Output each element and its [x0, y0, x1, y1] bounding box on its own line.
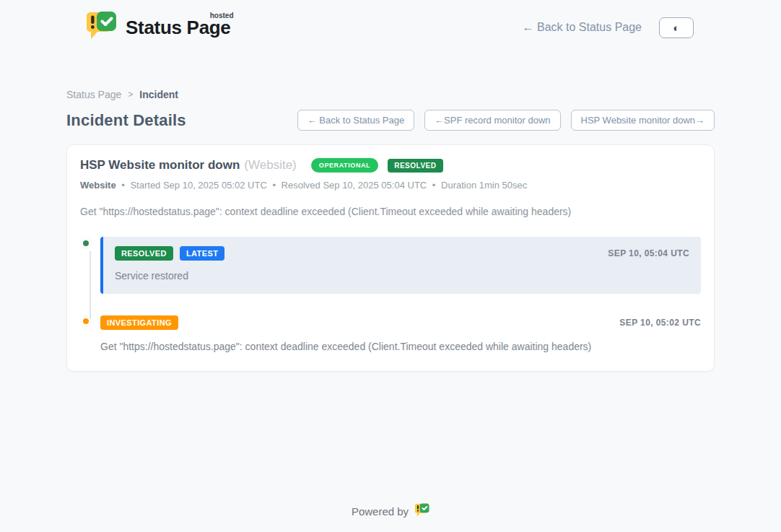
meta-component: Website	[80, 180, 116, 191]
page-title: Incident Details	[66, 111, 186, 130]
incident-component: (Website)	[244, 158, 296, 173]
breadcrumb-incident: Incident	[139, 89, 178, 100]
timeline-badge-row: RESOLVED LATEST SEP 10, 05:04 UTC	[115, 246, 689, 261]
status-page-logo-icon	[85, 11, 117, 44]
timeline-dot-green	[81, 238, 91, 248]
main-content: Status Page > Incident Incident Details …	[66, 89, 715, 372]
meta-started: Started Sep 10, 2025 05:02 UTC	[130, 180, 266, 191]
header-right: ← Back to Status Page ◐	[523, 17, 694, 38]
incident-nav-buttons: ← Back to Status Page ←SPF record monito…	[297, 110, 715, 131]
timeline-dot-orange	[81, 316, 91, 326]
theme-toggle-button[interactable]: ◐	[659, 17, 694, 38]
footer: Powered by © 2025-10-08 14:10:34.772084 …	[0, 503, 781, 532]
meta-separator: •	[272, 180, 276, 191]
timeline-gutter	[80, 237, 100, 294]
timeline-gutter	[80, 315, 100, 352]
breadcrumb-separator: >	[128, 90, 133, 100]
update-timestamp: SEP 10, 05:02 UTC	[619, 318, 701, 328]
incident-meta: Website • Started Sep 10, 2025 05:02 UTC…	[80, 180, 701, 191]
investigating-update-badge: INVESTIGATING	[100, 315, 178, 330]
prev-incident-button[interactable]: ←SPF record monitor down	[424, 110, 560, 131]
update-message: Get "https://hostedstatus.page": context…	[100, 341, 701, 352]
meta-duration: Duration 1min 50sec	[441, 180, 527, 191]
status-page-logo-icon-small	[414, 503, 429, 520]
logo-text: Status Page	[126, 17, 231, 38]
latest-update-badge: LATEST	[180, 246, 224, 261]
timeline-update-plain: INVESTIGATING SEP 10, 05:02 UTC Get "htt…	[100, 315, 701, 352]
update-message: Service restored	[115, 270, 689, 282]
timeline-entry-investigating: INVESTIGATING SEP 10, 05:02 UTC Get "htt…	[80, 315, 701, 352]
back-to-status-page-button[interactable]: ← Back to Status Page	[297, 110, 414, 131]
operational-badge: OPERATIONAL	[311, 158, 378, 173]
next-incident-button[interactable]: HSP Website monitor down→	[571, 110, 715, 131]
meta-separator: •	[432, 180, 436, 191]
powered-by[interactable]: Powered by	[352, 503, 429, 520]
timeline-badge-row: INVESTIGATING SEP 10, 05:02 UTC	[100, 315, 701, 330]
resolved-update-badge: RESOLVED	[115, 246, 173, 261]
meta-separator: •	[121, 180, 125, 191]
meta-resolved: Resolved Sep 10, 2025 05:04 UTC	[282, 180, 427, 191]
powered-by-label: Powered by	[352, 505, 409, 518]
timeline-entry-resolved: RESOLVED LATEST SEP 10, 05:04 UTC Servic…	[80, 237, 701, 294]
breadcrumb-status-page[interactable]: Status Page	[66, 89, 121, 100]
incident-title: HSP Website monitor down	[80, 158, 240, 173]
logo-text-wrap: Status Page hosted	[126, 17, 234, 39]
incident-title-row: HSP Website monitor down (Website) OPERA…	[80, 158, 701, 173]
incident-description: Get "https://hostedstatus.page": context…	[80, 206, 701, 217]
resolved-status-badge: RESOLVED	[388, 159, 442, 173]
breadcrumb: Status Page > Incident	[66, 89, 715, 100]
header: Status Page hosted ← Back to Status Page…	[0, 0, 781, 55]
logo[interactable]: Status Page hosted	[85, 11, 234, 44]
header-back-link[interactable]: ← Back to Status Page	[523, 21, 642, 34]
logo-hosted-badge: hosted	[210, 12, 234, 19]
update-timestamp: SEP 10, 05:04 UTC	[608, 248, 689, 258]
title-row: Incident Details ← Back to Status Page ←…	[66, 110, 715, 131]
incident-card: HSP Website monitor down (Website) OPERA…	[66, 144, 715, 372]
timeline-update-card: RESOLVED LATEST SEP 10, 05:04 UTC Servic…	[100, 237, 701, 294]
incident-timeline: RESOLVED LATEST SEP 10, 05:04 UTC Servic…	[80, 237, 701, 352]
theme-contrast-icon: ◐	[673, 22, 679, 33]
